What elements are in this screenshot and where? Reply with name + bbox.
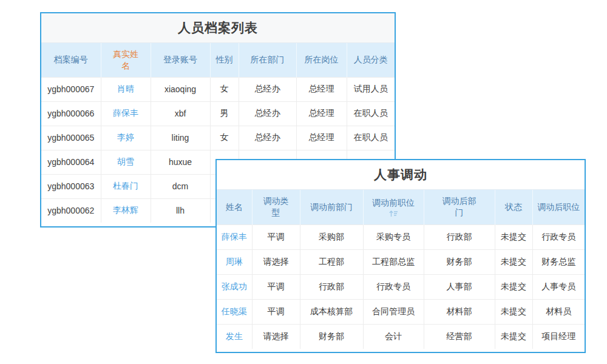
cell-real-name: 杜春门 [101,174,151,198]
cell-position-before: 会计 [363,324,424,349]
cell-gender: 男 [210,101,239,126]
column-label: 所在部门 [251,54,285,66]
cell-position-after: 项目经理 [532,324,585,349]
real-name-link[interactable]: 薛保丰 [113,108,138,118]
real-name-link[interactable]: 李林辉 [113,205,138,215]
cell-dept-after: 人事部 [424,274,495,299]
cell-dept-before: 行政部 [300,274,363,299]
cell-position: 总经理 [296,126,347,150]
column-header-name: 姓名 [217,190,252,224]
cell-department: 总经办 [239,77,296,101]
table-row: 任晓渠平调成本核算部合同管理员材料部未提交材料员 [217,299,585,324]
column-header-position-before[interactable]: 调动前职位 [363,190,424,224]
cell-position-before: 行政专员 [363,274,424,299]
column-label: 调动后部 门 [443,195,476,218]
cell-status: 未提交 [495,324,532,349]
name-link[interactable]: 发生 [226,331,243,341]
cell-gender: 女 [210,77,239,101]
transfer-table: 姓名调动类 型调动前部门调动前职位调动后部 门状态调动后职位薛保丰平调采购部采购… [217,190,585,349]
cell-status: 未提交 [495,299,532,324]
name-link[interactable]: 薛保丰 [222,232,247,241]
cell-dept-after: 经营部 [424,324,495,349]
cell-position-before: 合同管理员 [363,299,424,324]
cell-position: 总经理 [296,77,347,101]
cell-login-account: xiaoqing [151,77,210,101]
table-row: 发生请选择财务部会计经营部未提交项目经理 [217,324,585,349]
cell-archive-no: ygbh000063 [41,174,101,198]
cell-transfer-type[interactable]: 平调 [252,274,300,299]
cell-position-after: 财务总监 [532,249,585,274]
cell-real-name: 肖晴 [101,77,151,101]
column-header-login-account: 登录账号 [151,43,210,77]
cell-archive-no: ygbh000065 [41,126,101,150]
real-name-link[interactable]: 杜春门 [113,181,138,190]
cell-dept-before: 工程部 [300,249,363,274]
cell-name: 张成功 [217,274,252,299]
cell-name: 发生 [217,324,252,349]
column-header-category: 人员分类 [347,43,395,77]
cell-name: 薛保丰 [217,224,252,249]
column-label: 姓名 [226,201,243,213]
cell-name: 周琳 [217,249,252,274]
column-header-department: 所在部门 [239,43,296,77]
cell-login-account: dcm [151,174,210,198]
column-header-dept-after: 调动后部 门 [424,190,495,224]
table-row: ygbh000065李婷liting女总经办总经理在职人员 [41,126,395,150]
column-label: 真实姓 名 [113,49,138,72]
column-header-transfer-type: 调动类 型 [252,190,300,224]
cell-position-after: 行政专员 [532,224,585,249]
column-label: 人员分类 [354,54,388,66]
column-label: 登录账号 [163,54,197,66]
column-label: 调动前职位 [372,197,415,209]
cell-position-before: 采购专员 [363,224,424,249]
cell-department: 总经办 [239,101,296,126]
cell-category: 在职人员 [347,126,395,150]
real-name-link[interactable]: 胡雪 [117,157,134,166]
column-header-archive-no: 档案编号 [41,43,101,77]
cell-dept-before: 成本核算部 [300,299,363,324]
cell-dept-before: 财务部 [300,324,363,349]
table-row: 薛保丰平调采购部采购专员行政部未提交行政专员 [217,224,585,249]
real-name-link[interactable]: 李婷 [117,132,134,142]
cell-archive-no: ygbh000066 [41,101,101,126]
cell-login-account: liting [151,126,210,150]
cell-name: 任晓渠 [217,299,252,324]
cell-dept-after: 财务部 [424,249,495,274]
cell-gender: 女 [210,126,239,150]
real-name-link[interactable]: 肖晴 [117,84,134,93]
name-link[interactable]: 张成功 [222,281,247,291]
cell-transfer-type[interactable]: 请选择 [252,324,300,349]
cell-transfer-type[interactable]: 平调 [252,224,300,249]
cell-transfer-type[interactable]: 请选择 [252,249,300,274]
cell-real-name: 李林辉 [101,198,151,223]
column-header-real-name: 真实姓 名 [101,43,151,77]
cell-archive-no: ygbh000064 [41,150,101,174]
table-row: ygbh000066薛保丰xbf男总经办总经理在职人员 [41,101,395,126]
column-label: 所在岗位 [305,54,339,66]
cell-status: 未提交 [495,249,532,274]
cell-dept-after: 行政部 [424,224,495,249]
cell-real-name: 薛保丰 [101,101,151,126]
cell-category: 在职人员 [347,101,395,126]
cell-transfer-type[interactable]: 平调 [252,299,300,324]
header-row: 档案编号真实姓 名登录账号性别所在部门所在岗位人员分类 [41,43,395,77]
cell-archive-no: ygbh000067 [41,77,101,101]
cell-login-account: huxue [151,150,210,174]
cell-archive-no: ygbh000062 [41,198,101,223]
cell-login-account: llh [151,198,210,223]
cell-dept-after: 材料部 [424,299,495,324]
table-row: 周琳请选择工程部工程部总监财务部未提交财务总监 [217,249,585,274]
cell-dept-before: 采购部 [300,224,363,249]
cell-position-after: 人事专员 [532,274,585,299]
cell-position-before: 工程部总监 [363,249,424,274]
name-link[interactable]: 周琳 [226,257,243,266]
column-header-position: 所在岗位 [296,43,347,77]
column-header-position-after: 调动后职位 [532,190,585,224]
cell-position: 总经理 [296,101,347,126]
column-label: 档案编号 [54,54,88,66]
table-row: 张成功平调行政部行政专员人事部未提交人事专员 [217,274,585,299]
personnel-transfer-panel: 人事调动 姓名调动类 型调动前部门调动前职位调动后部 门状态调动后职位薛保丰平调… [215,159,586,353]
name-link[interactable]: 任晓渠 [222,306,247,316]
sort-icon[interactable] [388,210,398,217]
cell-status: 未提交 [495,274,532,299]
